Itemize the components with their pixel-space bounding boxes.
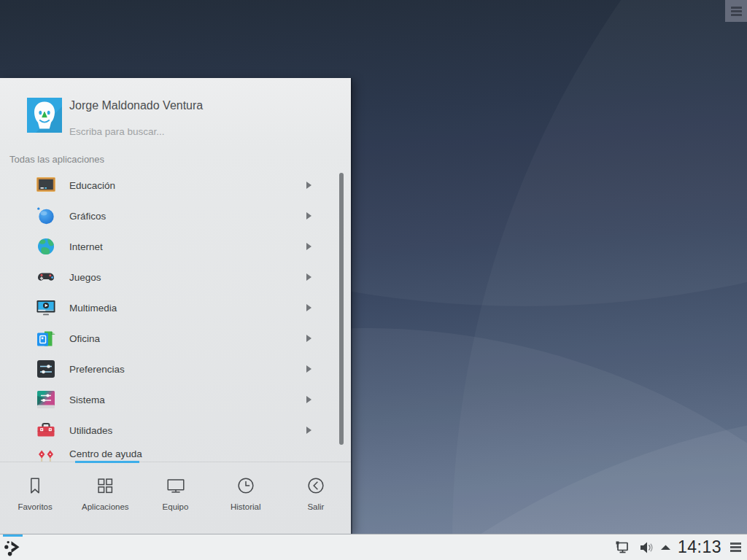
category-row-office[interactable]: Oficina: [0, 323, 351, 354]
category-label: Sistema: [69, 394, 105, 405]
tab-history[interactable]: Historial: [211, 462, 281, 534]
clock-icon: [235, 475, 257, 497]
education-blackboard-icon: [35, 174, 57, 196]
submenu-arrow-icon: [306, 182, 311, 189]
user-avatar[interactable]: [27, 98, 62, 133]
user-name: Jorge Maldonado Ventura: [69, 99, 203, 112]
multimedia-player-icon: [35, 297, 57, 319]
tab-label: Historial: [231, 502, 261, 511]
computer-icon: [165, 475, 187, 497]
submenu-arrow-icon: [306, 335, 311, 342]
category-row-settings[interactable]: Preferencias: [0, 354, 351, 384]
tab-leave[interactable]: Salir: [281, 462, 351, 534]
tab-label: Aplicaciones: [82, 502, 129, 511]
list-scrollbar[interactable]: [339, 173, 344, 445]
taskbar: 14:13: [0, 534, 747, 560]
desktop-toolbox-button[interactable]: [725, 0, 747, 22]
category-label: Internet: [69, 241, 103, 252]
bookmark-icon: [24, 475, 46, 497]
category-label: Educación: [69, 180, 115, 191]
category-row-graphics[interactable]: Gráficos: [0, 201, 351, 231]
grid-icon: [94, 475, 116, 497]
breadcrumb-all-applications: Todas las aplicaciones: [9, 154, 104, 165]
tab-applications[interactable]: Aplicaciones: [70, 462, 140, 534]
category-row-internet[interactable]: Internet: [0, 231, 351, 262]
category-row-system[interactable]: Sistema: [0, 384, 351, 415]
distro-logo-icon: [4, 540, 23, 559]
tab-favorites[interactable]: Favoritos: [0, 462, 70, 534]
category-row-multimedia[interactable]: Multimedia: [0, 292, 351, 323]
category-row-education[interactable]: Educación: [0, 170, 351, 201]
active-tab-indicator: [75, 461, 139, 463]
search-input[interactable]: Escriba para buscar...: [69, 126, 165, 137]
launcher-active-indicator: [3, 534, 23, 537]
category-label: Gráficos: [69, 211, 106, 222]
category-label: Preferencias: [69, 364, 125, 375]
preferences-sliders-icon: [35, 358, 57, 380]
launcher-tab-bar: Favoritos Aplicaciones Equipo Historial: [0, 462, 351, 534]
submenu-arrow-icon: [306, 365, 311, 373]
submenu-arrow-icon: [306, 396, 311, 403]
volume-icon[interactable]: [638, 540, 654, 556]
leave-icon: [305, 475, 327, 497]
submenu-arrow-icon: [306, 212, 311, 219]
category-row-help-center[interactable]: Centro de ayuda: [0, 446, 351, 462]
category-label: Juegos: [69, 272, 101, 283]
tab-label: Equipo: [163, 502, 189, 511]
expand-tray-icon[interactable]: [660, 544, 671, 551]
submenu-arrow-icon: [306, 427, 311, 434]
category-label: Multimedia: [69, 303, 117, 314]
application-launcher-panel: Jorge Maldonado Ventura Escriba para bus…: [0, 78, 351, 534]
application-launcher-button[interactable]: [0, 534, 26, 560]
category-label: Utilidades: [69, 425, 112, 436]
system-tray: 14:13: [614, 537, 747, 557]
digital-clock[interactable]: 14:13: [678, 537, 721, 557]
launcher-header: Jorge Maldonado Ventura Escriba para bus…: [0, 78, 351, 151]
games-gamepad-icon: [35, 266, 57, 288]
category-label: Oficina: [69, 333, 100, 344]
category-label: Centro de ayuda: [69, 448, 142, 459]
utilities-toolbox-icon: [35, 419, 57, 441]
panel-menu-button[interactable]: [728, 542, 741, 551]
hamburger-icon: [731, 7, 742, 16]
category-row-games[interactable]: Juegos: [0, 262, 351, 292]
tab-computer[interactable]: Equipo: [140, 462, 210, 534]
submenu-arrow-icon: [306, 243, 311, 250]
category-row-utilities[interactable]: Utilidades: [0, 415, 351, 446]
submenu-arrow-icon: [306, 273, 311, 281]
system-settings-icon: [35, 389, 57, 411]
tab-label: Salir: [307, 502, 324, 511]
network-icon[interactable]: [614, 539, 631, 556]
submenu-arrow-icon: [306, 304, 311, 311]
internet-globe-icon: [35, 236, 57, 257]
help-center-icon: [35, 447, 57, 462]
tab-label: Favoritos: [18, 502, 52, 511]
office-documents-icon: [35, 327, 57, 349]
application-category-list: Educación Gráficos: [0, 170, 351, 462]
graphics-sphere-icon: [35, 205, 57, 227]
